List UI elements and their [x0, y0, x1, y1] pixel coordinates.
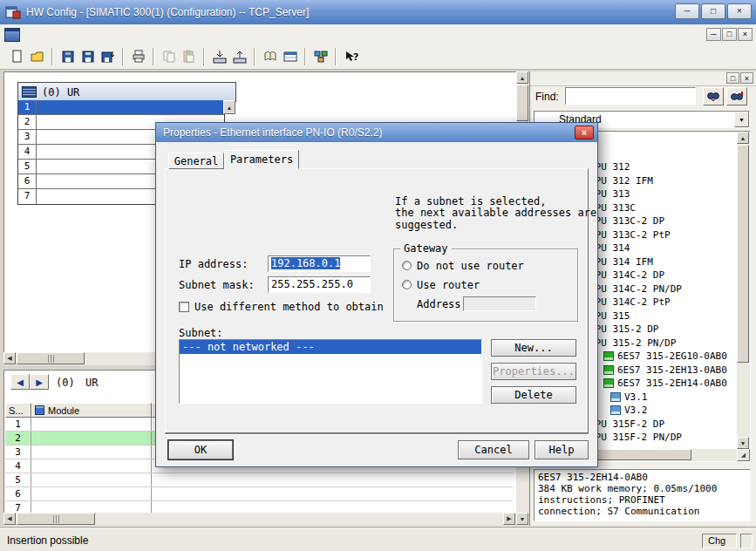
- tree-item-label: 6ES7 315-2EH14-0AB0: [617, 378, 727, 389]
- column-header-module[interactable]: Module: [31, 403, 152, 418]
- gateway-address-field[interactable]: [463, 296, 536, 311]
- rack-slot-content: [37, 100, 224, 114]
- new-subnet-button[interactable]: New...: [491, 339, 576, 357]
- detail-slot-number: 1: [5, 418, 31, 431]
- open-station-button[interactable]: [27, 47, 47, 67]
- help-button[interactable]: ?: [341, 47, 361, 67]
- scroll-thumb[interactable]: [17, 352, 85, 364]
- detail-rack-name: UR: [85, 377, 98, 389]
- network-view-button[interactable]: [310, 47, 330, 67]
- subnet-mask-field[interactable]: 255.255.255.0: [268, 276, 371, 293]
- menu-item[interactable]: [51, 32, 65, 37]
- rack-slot-number: 2: [18, 115, 37, 129]
- child-window-icon[interactable]: [4, 28, 20, 42]
- scroll-thumb[interactable]: [17, 513, 95, 525]
- rack-slot-number: 4: [18, 145, 37, 159]
- column-header-slot[interactable]: S...: [5, 403, 31, 418]
- search-next-button[interactable]: [726, 87, 747, 105]
- catalog-icon: [263, 50, 277, 64]
- upload-from-module-button[interactable]: [229, 47, 249, 67]
- save-button[interactable]: [78, 47, 98, 67]
- menu-item[interactable]: [37, 32, 51, 37]
- catalog-float-button[interactable]: □: [726, 72, 739, 84]
- tree-item-label: CPU 313C-2 DP: [589, 215, 664, 227]
- ip-address-field[interactable]: 192.168.0.1: [268, 255, 371, 272]
- scroll-down-icon[interactable]: ▼: [516, 513, 528, 525]
- tree-item-icon: [610, 405, 621, 415]
- detail-slot-number: 2: [5, 432, 31, 445]
- minimize-button[interactable]: ─: [675, 3, 699, 19]
- dialog-close-button[interactable]: ×: [575, 126, 594, 139]
- subnet-list-item[interactable]: --- not networked ---: [180, 340, 481, 354]
- status-bar: Insertion possible Chg: [0, 528, 756, 551]
- menu-bar: ─ □ ×: [0, 24, 756, 45]
- print-button[interactable]: [128, 47, 148, 67]
- scroll-thumb[interactable]: [737, 145, 749, 363]
- download-to-module-button[interactable]: [209, 47, 229, 67]
- help-button[interactable]: Help: [535, 440, 589, 459]
- download-to-module-icon: [213, 50, 227, 64]
- search-down-button[interactable]: [703, 87, 724, 105]
- tree-item-label: CPU 312 IFM: [589, 175, 653, 187]
- detail-row[interactable]: 6: [5, 487, 513, 501]
- rack-slot-number: 5: [18, 160, 37, 173]
- detail-row[interactable]: 5: [5, 473, 513, 487]
- subnet-listbox[interactable]: --- not networked ---: [179, 339, 482, 404]
- catalog-resize-corner[interactable]: ◢: [737, 449, 750, 461]
- save-icon: [81, 50, 95, 64]
- do-not-use-router-radio[interactable]: [402, 261, 412, 270]
- nav-forward-button[interactable]: ▶: [30, 374, 49, 390]
- copy-button[interactable]: [159, 47, 179, 67]
- mdi-restore-button[interactable]: □: [722, 28, 737, 41]
- menu-item[interactable]: [107, 32, 121, 37]
- delete-subnet-button[interactable]: Delete: [491, 386, 576, 404]
- tab-general[interactable]: General: [168, 153, 224, 169]
- tree-item-label: CPU 314 IFM: [589, 256, 653, 268]
- menu-items: [24, 32, 135, 37]
- scroll-right-icon[interactable]: ▶: [503, 513, 515, 525]
- new-station-button[interactable]: [7, 47, 27, 67]
- scroll-down-icon[interactable]: ▼: [737, 437, 749, 449]
- scroll-left-icon[interactable]: ◀: [3, 352, 16, 364]
- tree-item-icon: [603, 365, 614, 375]
- station-window-button[interactable]: [280, 47, 300, 67]
- download-disk-button[interactable]: [98, 47, 118, 67]
- rack-scroll-up-button[interactable]: ▲: [223, 100, 235, 114]
- find-input[interactable]: [565, 87, 696, 105]
- close-button[interactable]: ×: [727, 3, 752, 19]
- tree-item-icon: [603, 378, 614, 388]
- scroll-up-icon[interactable]: ▲: [516, 71, 528, 84]
- subnet-properties-button[interactable]: Properties...: [491, 363, 576, 380]
- menu-item[interactable]: [24, 32, 37, 37]
- nav-back-button[interactable]: ◀: [10, 374, 30, 390]
- mdi-minimize-button[interactable]: ─: [706, 28, 721, 41]
- tab-parameters[interactable]: Parameters: [224, 150, 299, 169]
- menu-item[interactable]: [93, 32, 107, 37]
- rack-slot-row[interactable]: 1: [18, 100, 224, 115]
- save-and-compile-button[interactable]: [58, 47, 78, 67]
- menu-item[interactable]: [121, 32, 135, 37]
- title-bar[interactable]: HW Config - [SIMATIC 300(1) (Configurati…: [0, 0, 756, 24]
- chevron-down-icon[interactable]: ▼: [734, 112, 749, 127]
- catalog-toggle-button[interactable]: [260, 47, 280, 67]
- obtain-ip-checkbox[interactable]: [179, 302, 189, 312]
- paste-button[interactable]: [179, 47, 199, 67]
- rack-header[interactable]: (0) UR: [17, 82, 236, 102]
- cancel-button[interactable]: Cancel: [458, 440, 529, 459]
- mdi-close-button[interactable]: ×: [738, 28, 753, 41]
- scroll-thumb[interactable]: [516, 85, 528, 121]
- detail-horizontal-scrollbar[interactable]: ◀ ▶: [3, 513, 516, 526]
- tree-item-label: CPU 315F-2 PN/DP: [589, 432, 682, 443]
- catalog-close-button[interactable]: ×: [740, 72, 753, 84]
- ok-button[interactable]: OK: [168, 440, 233, 459]
- restore-button[interactable]: □: [701, 3, 725, 19]
- status-chg-cell: Chg: [702, 534, 737, 548]
- scroll-up-icon[interactable]: ▲: [737, 132, 749, 144]
- tree-item-label: CPU 315-2 PN/DP: [589, 337, 676, 349]
- catalog-title-bar[interactable]: □ ×: [530, 71, 756, 86]
- scroll-left-icon[interactable]: ◀: [3, 513, 16, 525]
- catalog-vertical-scrollbar[interactable]: ▲ ▼: [737, 132, 750, 449]
- dialog-title-bar[interactable]: Properties - Ethernet interface PN-IO (R…: [156, 123, 597, 142]
- menu-item[interactable]: [65, 32, 79, 37]
- menu-item[interactable]: [79, 32, 93, 37]
